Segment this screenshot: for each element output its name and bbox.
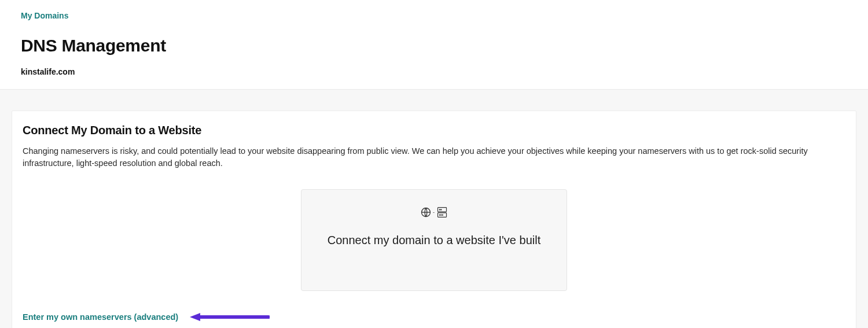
page-title: DNS Management <box>21 36 847 56</box>
svg-point-6 <box>439 215 440 215</box>
connect-domain-option-button[interactable]: - Connect my domain to a website I've bu… <box>301 189 567 291</box>
arrow-left-icon <box>189 312 270 322</box>
svg-point-7 <box>441 215 442 215</box>
svg-point-8 <box>442 215 443 215</box>
connect-domain-card: Connect My Domain to a Website Changing … <box>12 110 856 328</box>
breadcrumb-my-domains[interactable]: My Domains <box>21 11 68 20</box>
card-title: Connect My Domain to a Website <box>23 124 845 137</box>
card-description: Changing nameservers is risky, and could… <box>23 145 845 169</box>
enter-own-nameservers-link[interactable]: Enter my own nameservers (advanced) <box>23 312 178 322</box>
svg-point-4 <box>439 209 440 210</box>
svg-marker-10 <box>190 313 200 321</box>
domain-name: kinstalife.com <box>21 67 847 76</box>
globe-server-icon: - <box>420 206 448 219</box>
svg-point-5 <box>441 209 442 210</box>
option-label: Connect my domain to a website I've buil… <box>328 234 540 247</box>
